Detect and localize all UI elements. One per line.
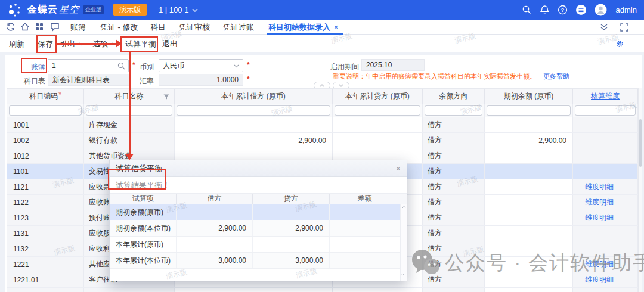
cell-direction[interactable]: 借方 — [423, 164, 485, 179]
col-header-code[interactable]: 科目编码* — [7, 89, 84, 104]
tab-voucher-edit[interactable]: 凭证 - 修改 — [100, 22, 138, 33]
notification-bell-icon[interactable] — [540, 5, 550, 15]
cell-dims[interactable] — [573, 117, 638, 132]
cell-opening[interactable] — [485, 241, 573, 256]
cell-direction[interactable]: 借方 — [423, 195, 485, 210]
cell-direction[interactable]: 借方 — [423, 148, 485, 163]
dims-link[interactable]: 维度明细 — [585, 197, 614, 207]
cell-code[interactable]: 1001 — [7, 117, 84, 132]
cell-code[interactable]: 1123 — [7, 210, 84, 225]
filter-code-input[interactable] — [9, 105, 82, 116]
search-icon[interactable] — [522, 5, 532, 15]
trial-row[interactable]: 本年累计(原币) — [110, 237, 407, 253]
dialog-close-icon[interactable]: × — [396, 164, 401, 173]
scroll-up-icon[interactable] — [402, 206, 406, 209]
cell-direction[interactable]: 借方 — [423, 272, 485, 287]
filter-funnel-icon[interactable] — [163, 94, 169, 100]
apps-grid-icon[interactable] — [35, 22, 44, 32]
filter-direction-input[interactable] — [425, 105, 482, 116]
cell-code[interactable]: 1101 — [7, 164, 84, 179]
currency-select[interactable]: 人民币 — [159, 59, 243, 72]
trial-balance-button[interactable]: 试算平衡 — [125, 39, 156, 49]
ledger-input[interactable]: 1 — [48, 59, 129, 72]
tab-account[interactable]: 科目 — [150, 22, 166, 33]
tab-initial-data-entry[interactable]: 科目初始数据录入× — [268, 22, 338, 33]
filter-credit-input[interactable] — [335, 105, 420, 116]
dims-link[interactable]: 维度明细 — [585, 213, 614, 223]
filter-opening-input[interactable] — [487, 105, 571, 116]
message-icon[interactable] — [50, 22, 60, 32]
tab-close-icon[interactable]: × — [334, 23, 338, 32]
col-header-dims[interactable]: 核算维度 — [573, 89, 638, 104]
cell-dims[interactable] — [573, 148, 638, 163]
cell-debit[interactable] — [175, 117, 333, 132]
cell-dims[interactable]: 维度明细 — [573, 195, 638, 210]
cell-dims[interactable] — [573, 164, 638, 179]
dims-link[interactable]: 维度明细 — [585, 275, 614, 285]
org-selector[interactable]: 1 | 100 1 — [159, 5, 188, 14]
cell-opening[interactable] — [485, 148, 573, 163]
trial-row-selected[interactable]: 期初余额(原币) — [110, 204, 407, 220]
cell-code[interactable]: 1121 — [7, 179, 84, 194]
cell-opening[interactable] — [485, 117, 573, 132]
cell-dims[interactable] — [573, 133, 638, 148]
cell-dims[interactable]: 维度明细 — [573, 272, 638, 287]
cell-direction[interactable]: 借方 — [423, 133, 485, 148]
cell-dims[interactable]: 维度明细 — [573, 210, 638, 225]
cell-direction[interactable]: 借方 — [423, 117, 485, 132]
more-help-link[interactable]: 更多帮助 — [543, 72, 569, 81]
cell-opening[interactable] — [485, 195, 573, 210]
cell-direction[interactable]: 借方 — [423, 241, 485, 256]
cell-dims[interactable] — [573, 226, 638, 241]
scroll-down-icon[interactable] — [401, 273, 405, 276]
cell-code[interactable]: 1221.01 — [7, 272, 84, 287]
fullscreen-icon[interactable] — [620, 23, 628, 32]
ledger-search-icon[interactable] — [117, 62, 125, 70]
table-vertical-scrollbar[interactable] — [638, 88, 642, 292]
username[interactable]: admin — [616, 5, 637, 14]
dims-link[interactable]: 维度明细 — [585, 259, 614, 269]
cell-credit[interactable] — [333, 117, 423, 132]
cell-dims[interactable]: 维度明细 — [573, 257, 638, 272]
cell-opening[interactable] — [485, 210, 573, 225]
cell-opening[interactable] — [485, 164, 573, 179]
cell-opening[interactable] — [485, 226, 573, 241]
trial-row[interactable]: 期初余额(本位币) 2,900.00 2,900.00 — [110, 220, 407, 237]
tab-voucher-post[interactable]: 凭证过账 — [223, 22, 254, 33]
tab-voucher-audit[interactable]: 凭证审核 — [179, 22, 210, 33]
cell-opening[interactable] — [485, 179, 573, 194]
avatar[interactable] — [595, 4, 607, 16]
col-header-dims-label[interactable]: 核算维度 — [591, 91, 620, 101]
cell-opening[interactable]: 2,900.00 — [485, 133, 573, 148]
cell-dims[interactable] — [573, 241, 638, 256]
menu-circle-icon[interactable] — [575, 4, 587, 15]
table-row[interactable]: 1002 银行存款 2,900.00 借方 2,900.00 — [7, 133, 638, 148]
cell-code[interactable]: 1221 — [7, 257, 84, 272]
cell-direction[interactable]: 借方 — [423, 179, 485, 194]
col-header-opening[interactable]: 期初余额 (原币) — [485, 89, 573, 104]
settings-gear-icon[interactable] — [615, 39, 624, 48]
tab-ledger[interactable]: 账簿 — [70, 22, 86, 33]
col-header-credit-ytd[interactable]: 本年累计贷方 (原币) — [333, 89, 423, 104]
trial-row[interactable]: 本年累计(本位币) 3,000.00 3,000.00 — [110, 253, 407, 269]
cell-direction[interactable]: 借方 — [423, 210, 485, 225]
cell-code[interactable]: 1122 — [7, 195, 84, 210]
cell-credit[interactable] — [333, 133, 423, 148]
dialog-titlebar[interactable]: 试算借贷平衡 × — [110, 160, 407, 177]
refresh-button[interactable]: 刷新 — [9, 39, 24, 49]
table-row[interactable]: 1001 库存现金 借方 — [7, 117, 638, 133]
filter-dims-input[interactable] — [575, 105, 636, 116]
cell-opening[interactable] — [485, 272, 573, 287]
filter-debit-input[interactable] — [177, 105, 330, 116]
cell-direction[interactable]: 借方 — [423, 257, 485, 272]
scrollbar-thumb[interactable] — [639, 119, 642, 167]
exit-button[interactable]: 退出 — [162, 39, 178, 49]
col-header-direction[interactable]: 余额方向 — [423, 89, 485, 104]
cell-direction[interactable]: 借方 — [423, 226, 485, 241]
help-icon[interactable]: ? — [558, 5, 568, 15]
home-icon[interactable] — [20, 22, 30, 32]
collapse-tabs-icon[interactable] — [600, 23, 608, 32]
save-button[interactable]: 保存 — [38, 39, 53, 49]
dims-link[interactable]: 维度明细 — [585, 182, 614, 192]
currency-caret-icon[interactable] — [234, 64, 239, 68]
